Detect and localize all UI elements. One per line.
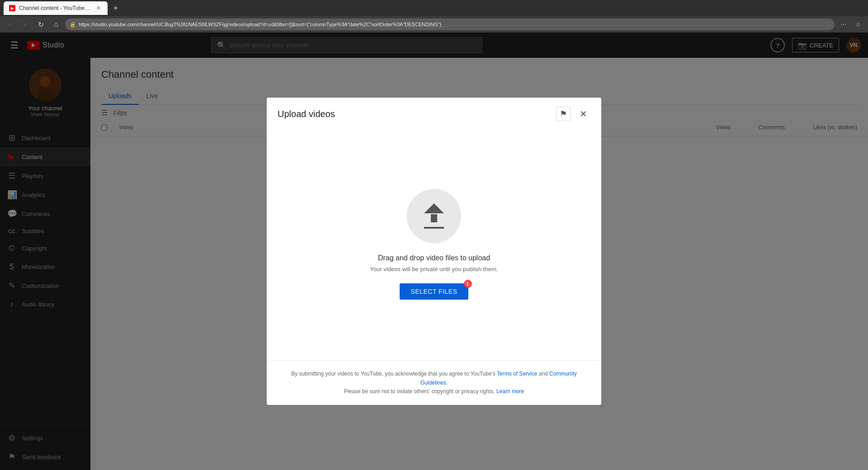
modal-flag-button[interactable]: ⚑	[556, 107, 571, 121]
address-bar[interactable]: 🔒 https://studio.youtube.com/channel/UC3…	[65, 19, 835, 30]
arrow-head	[424, 203, 444, 213]
footer-tos-text: By submitting your videos to YouTube, yo…	[278, 370, 590, 387]
footer-tos-link[interactable]: Terms of Service	[497, 371, 537, 377]
active-tab[interactable]: ▶ Channel content - YouTube Stu... ✕	[4, 1, 108, 15]
modal-close-button[interactable]: ✕	[576, 107, 590, 121]
modal-footer: By submitting your videos to YouTube, yo…	[267, 360, 601, 405]
nav-actions: ⋯ ☆	[837, 18, 864, 31]
reload-button[interactable]: ↻	[34, 18, 47, 31]
notification-badge: 1	[464, 280, 472, 288]
upload-drag-title: Drag and drop video files to upload	[378, 254, 490, 262]
footer-period: .	[446, 380, 448, 386]
browser-chrome: ▶ Channel content - YouTube Stu... ✕ + ‹…	[0, 0, 868, 33]
home-button[interactable]: ⌂	[50, 18, 62, 31]
select-files-label: SELECT FILES	[410, 288, 457, 295]
forward-button[interactable]: ›	[19, 18, 32, 31]
modal-header-actions: ⚑ ✕	[556, 107, 590, 121]
tab-favicon-icon: ▶	[9, 5, 15, 11]
footer-and: and	[537, 371, 549, 377]
back-button[interactable]: ‹	[4, 18, 16, 31]
nav-bar: ‹ › ↻ ⌂ 🔒 https://studio.youtube.com/cha…	[0, 16, 868, 33]
secure-icon: 🔒	[70, 22, 76, 28]
upload-modal: Upload videos ⚑ ✕ Drag and drop video fi…	[267, 98, 601, 405]
upload-private-subtitle: Your videos will be private until you pu…	[370, 266, 498, 273]
url-text: https://studio.youtube.com/channel/UC3lu…	[79, 22, 830, 27]
modal-overlay: Upload videos ⚑ ✕ Drag and drop video fi…	[0, 33, 868, 470]
upload-icon-wrapper	[407, 189, 461, 243]
modal-title: Upload videos	[278, 109, 335, 119]
modal-body: Drag and drop video files to upload Your…	[267, 128, 601, 360]
upload-arrow-icon	[424, 203, 444, 229]
footer-copyright-label: Please be sure not to violate others' co…	[344, 388, 496, 395]
tab-title: Channel content - YouTube Stu...	[19, 5, 91, 11]
modal-header: Upload videos ⚑ ✕	[267, 98, 601, 128]
tab-bar: ▶ Channel content - YouTube Stu... ✕ +	[0, 0, 868, 16]
footer-learn-more-link[interactable]: Learn more	[496, 388, 524, 395]
new-tab-button[interactable]: +	[109, 2, 122, 14]
extensions-button[interactable]: ⋯	[837, 18, 850, 31]
arrow-base	[424, 227, 444, 229]
tab-close-button[interactable]: ✕	[95, 5, 102, 12]
select-files-button[interactable]: SELECT FILES 1	[400, 283, 468, 300]
bookmark-button[interactable]: ☆	[852, 18, 864, 31]
footer-text-before: By submitting your videos to YouTube, yo…	[291, 371, 497, 377]
arrow-body	[431, 214, 437, 222]
footer-copyright-text: Please be sure not to violate others' co…	[278, 387, 590, 396]
